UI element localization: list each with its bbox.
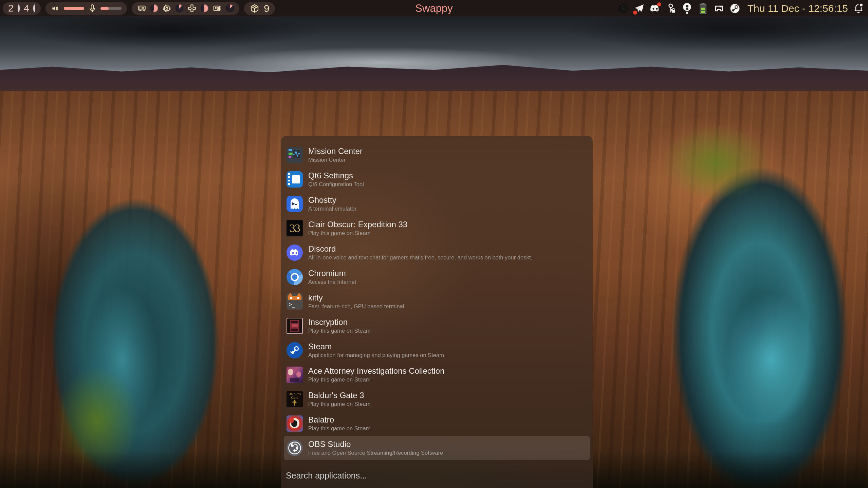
ace-attorney-icon xyxy=(287,367,303,383)
app-list-item[interactable]: Ace Attorney Investigations Collection P… xyxy=(284,363,590,387)
workspace-number[interactable]: 4 xyxy=(24,3,29,13)
app-description: Play this game on Steam xyxy=(308,230,407,237)
mic-slider[interactable] xyxy=(100,7,122,10)
focused-window-title: Swappy xyxy=(415,0,453,17)
app-description: Application for managing and playing gam… xyxy=(308,352,444,359)
app-list-item-selected[interactable]: OBS Studio Free and Open Source Streamin… xyxy=(284,436,590,460)
app-list-item[interactable]: Inscryption Play this game on Steam xyxy=(284,314,590,338)
steelseries-icon[interactable] xyxy=(618,3,629,14)
search-input[interactable]: Search applications... xyxy=(286,471,367,481)
gpu-usage-gauge xyxy=(226,4,234,12)
battery-icon[interactable] xyxy=(698,3,708,14)
app-description: Play this game on Steam xyxy=(308,425,370,432)
notification-bell-icon[interactable] xyxy=(853,3,864,14)
gamepad-usage-gauge xyxy=(201,4,208,12)
app-list-item[interactable]: Discord All-in-one voice and text chat f… xyxy=(284,240,590,265)
app-name: Balatro xyxy=(308,415,370,425)
app-name: Steam xyxy=(308,341,444,352)
app-launcher-panel: Mission Center Mission Center Qt6 Settin… xyxy=(281,136,593,488)
app-name: Chromium xyxy=(308,268,356,278)
discord-tray-icon[interactable] xyxy=(650,3,661,14)
solaar-icon[interactable] xyxy=(682,3,692,14)
app-description: Qt6 Configuration Tool xyxy=(308,181,364,188)
audio-pill xyxy=(45,2,127,15)
microphone-icon[interactable] xyxy=(88,4,96,13)
cpu-icon xyxy=(162,4,171,13)
obs-studio-icon xyxy=(287,440,303,456)
app-list-item[interactable]: Balatro Play this game on Steam xyxy=(284,411,590,436)
app-name: OBS Studio xyxy=(308,439,443,449)
app-description: Play this game on Steam xyxy=(308,327,370,334)
app-name: Qt6 Settings xyxy=(308,171,364,181)
app-list-item[interactable]: Mission Center Mission Center xyxy=(284,143,590,167)
desktop: 24 9 Swappy Thu 11 Dec - 12:56:15 Missio… xyxy=(0,0,868,488)
wallpaper-river xyxy=(706,265,835,454)
steam-tray-icon[interactable] xyxy=(730,3,740,14)
mission-center-icon xyxy=(287,147,303,163)
app-list-item[interactable]: 33 Clair Obscur: Expedition 33 Play this… xyxy=(284,216,590,240)
app-description: Play this game on Steam xyxy=(308,376,445,383)
app-list-item[interactable]: Baldur'sGate Baldur's Gate 3 Play this g… xyxy=(284,387,590,411)
app-name: Mission Center xyxy=(308,146,363,156)
kitty-icon: >_ xyxy=(287,293,303,310)
app-description: Access the Internet xyxy=(308,278,356,286)
app-name: Inscryption xyxy=(308,317,370,327)
keepass-icon[interactable] xyxy=(666,3,677,14)
app-name: Ace Attorney Investigations Collection xyxy=(308,366,445,376)
clock[interactable]: Thu 11 Dec - 12:56:15 xyxy=(747,3,848,14)
app-name: Discord xyxy=(308,244,534,254)
ghostty-icon xyxy=(287,196,303,212)
speaker-icon[interactable] xyxy=(51,4,60,13)
chromium-icon xyxy=(287,269,303,285)
memory-icon xyxy=(137,4,146,13)
app-list-item[interactable]: Qt6 Settings Qt6 Configuration Tool xyxy=(284,167,590,192)
workspace-circle-icon[interactable] xyxy=(33,5,35,12)
discord-icon xyxy=(287,245,303,261)
top-bar-right: Thu 11 Dec - 12:56:15 xyxy=(618,3,864,14)
app-description: Free and Open Source Streaming/Recording… xyxy=(308,449,443,456)
gamepad-icon xyxy=(187,4,197,13)
workspace-pill[interactable]: 24 xyxy=(3,2,41,15)
network-icon[interactable] xyxy=(714,3,724,14)
updates-count: 9 xyxy=(264,3,270,14)
app-description: Play this game on Steam xyxy=(308,401,370,408)
app-list-item[interactable]: Steam Application for managing and playi… xyxy=(284,338,590,363)
inscryption-icon xyxy=(287,318,303,334)
wallpaper-vegetation xyxy=(645,112,788,214)
app-list: Mission Center Mission Center Qt6 Settin… xyxy=(284,143,590,460)
gpu-icon xyxy=(213,4,222,13)
notification-badge xyxy=(633,11,637,15)
app-list-item[interactable]: Chromium Access the Internet xyxy=(284,265,590,289)
workspace-number[interactable]: 2 xyxy=(8,3,14,13)
telegram-icon[interactable] xyxy=(634,3,645,14)
memory-usage-gauge xyxy=(150,4,158,12)
app-description: A terminal emulator xyxy=(308,205,356,212)
balatro-icon xyxy=(287,415,303,432)
app-list-item[interactable]: >_ kitty Fast, feature-rich, GPU based t… xyxy=(284,289,590,314)
updates-pill[interactable]: 9 xyxy=(244,2,275,15)
top-bar-left: 24 9 xyxy=(3,2,275,15)
baldurs-gate-icon: Baldur'sGate xyxy=(287,391,303,407)
system-stats-pill xyxy=(132,2,239,15)
notification-badge xyxy=(657,2,661,6)
package-icon xyxy=(250,3,260,14)
top-bar: 24 9 Swappy Thu 11 Dec - 12:56:15 xyxy=(0,0,868,17)
volume-slider[interactable] xyxy=(64,7,84,10)
cpu-usage-gauge xyxy=(176,4,183,12)
app-name: Baldur's Gate 3 xyxy=(308,390,370,401)
steam-icon xyxy=(287,342,303,358)
qt6-settings-icon xyxy=(287,171,303,188)
app-name: kitty xyxy=(308,293,404,303)
app-name: Ghostty xyxy=(308,195,356,205)
app-description: All-in-one voice and text chat for gamer… xyxy=(308,254,534,261)
app-description: Mission Center xyxy=(308,156,363,163)
clair-obscur-icon: 33 xyxy=(287,220,303,236)
workspace-circle-icon[interactable] xyxy=(18,5,20,12)
app-name: Clair Obscur: Expedition 33 xyxy=(308,219,407,230)
app-description: Fast, feature-rich, GPU based terminal xyxy=(308,303,404,310)
app-list-item[interactable]: Ghostty A terminal emulator xyxy=(284,192,590,216)
